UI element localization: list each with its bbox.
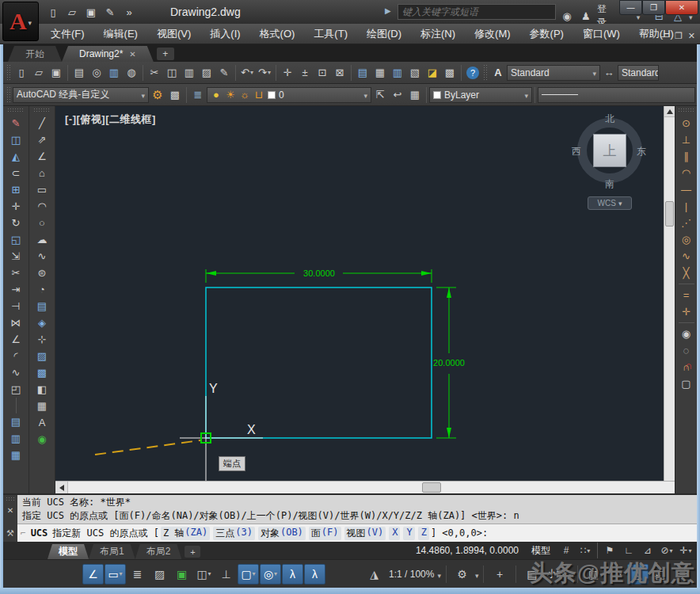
- dynamic-ucs-icon[interactable]: ⊥: [215, 564, 237, 584]
- layer-vp-freeze-icon[interactable]: ☼: [239, 86, 250, 103]
- table-tool-icon[interactable]: ▦: [30, 398, 54, 414]
- restore-button[interactable]: ❐: [642, 0, 665, 15]
- annotation-visibility-icon[interactable]: λ: [282, 564, 303, 584]
- infer-constraints-icon[interactable]: ∠: [82, 564, 104, 584]
- markup-icon[interactable]: ◪: [424, 64, 441, 81]
- trim-tool-icon[interactable]: ✂: [4, 265, 28, 281]
- command-option[interactable]: Z 轴(ZA): [161, 527, 210, 540]
- zoom-previous-icon[interactable]: ⊠: [331, 64, 348, 81]
- zoom-realtime-icon[interactable]: ±: [296, 64, 314, 81]
- toolbar-grip[interactable]: [483, 64, 488, 82]
- scale-chevron-icon[interactable]: [437, 567, 441, 581]
- panel-grip[interactable]: [6, 497, 15, 502]
- horizontal-scroll-thumb[interactable]: [422, 482, 441, 493]
- chamfer-tool-icon[interactable]: ∠: [4, 331, 28, 348]
- object-snap-icon[interactable]: ▣: [171, 564, 192, 584]
- fillet-tool-icon[interactable]: ◜: [4, 348, 28, 364]
- layer-unlock-icon[interactable]: ⊔: [253, 86, 264, 103]
- block-editor-icon[interactable]: ✎: [215, 64, 233, 81]
- selection-cycling-icon[interactable]: ▢: [238, 564, 259, 584]
- command-close-icon[interactable]: ✕: [7, 506, 13, 515]
- array-tool-icon[interactable]: ⊞: [4, 181, 28, 198]
- save-as-icon[interactable]: ✎: [101, 4, 119, 21]
- copy-clip-icon[interactable]: ◫: [163, 64, 181, 81]
- workspace-chevron-icon[interactable]: [475, 567, 479, 581]
- command-option[interactable]: Y: [403, 527, 414, 540]
- clean-screen-icon[interactable]: ◱: [649, 564, 671, 584]
- perpendicular-constraint-icon[interactable]: ⊥: [675, 131, 698, 148]
- undo-icon[interactable]: ↶: [238, 64, 256, 81]
- ellipse-arc-tool-icon[interactable]: ◔: [30, 281, 54, 298]
- delete-constraints-icon[interactable]: ∩: [675, 359, 698, 375]
- workspace-settings-gear-icon[interactable]: ⚙: [149, 86, 166, 103]
- units-ruler-icon[interactable]: ▤: [521, 564, 542, 584]
- new-file-icon[interactable]: ▯: [13, 64, 30, 81]
- paste-icon[interactable]: ▥: [181, 64, 198, 81]
- lock-ui-icon[interactable]: ⊓: [605, 564, 626, 584]
- command-option[interactable]: Z: [418, 527, 429, 540]
- symmetric-constraint-icon[interactable]: ╳: [675, 265, 698, 281]
- explode-tool-icon[interactable]: ◰: [4, 381, 28, 398]
- batch-plot-icon[interactable]: ▥: [105, 64, 123, 81]
- search-binoculars-icon[interactable]: ◉: [559, 8, 575, 25]
- mirror-tool-icon[interactable]: ◭: [4, 148, 28, 165]
- layer-dropdown[interactable]: ● ☀ ☼ ⊔ 0: [207, 87, 371, 103]
- workspace-display-icon[interactable]: ▩: [166, 86, 184, 103]
- command-input-line[interactable]: ⌐ UCS 指定新 UCS 的原点或 [ Z 轴(ZA)三点(3)对象(OB)面…: [17, 524, 697, 542]
- help-search-box[interactable]: [398, 4, 556, 20]
- gradient-tool-icon[interactable]: ▩: [30, 364, 54, 381]
- scroll-left-button[interactable]: [55, 482, 68, 493]
- layout-tab-model[interactable]: 模型: [48, 544, 89, 559]
- polyline-tool-icon[interactable]: ∠: [30, 148, 54, 165]
- 3d-object-snap-icon[interactable]: ◫: [193, 564, 215, 584]
- print-preview-icon[interactable]: ◎: [88, 64, 105, 81]
- command-option[interactable]: 对象(OB): [258, 527, 306, 540]
- snap-toggle-icon[interactable]: ▭: [105, 564, 126, 584]
- viewcube-south[interactable]: 南: [605, 177, 614, 191]
- layer-properties-icon[interactable]: ≣: [189, 86, 207, 103]
- menu-file[interactable]: 文件(F): [41, 24, 94, 44]
- units-chevron-icon[interactable]: [569, 567, 573, 581]
- toolbar-grip[interactable]: [7, 108, 25, 113]
- viewcube-north[interactable]: 北: [605, 112, 614, 126]
- menu-view[interactable]: 视图(V): [147, 24, 200, 44]
- point-style-tool-icon[interactable]: ◉: [30, 431, 54, 447]
- match-properties-icon[interactable]: ▨: [198, 64, 215, 81]
- annotation-autoscale-icon[interactable]: λ: [304, 564, 325, 584]
- fix-constraint-icon[interactable]: ✛: [675, 303, 698, 320]
- erase-tool-icon[interactable]: ✎: [4, 115, 28, 131]
- dynamic-input-icon[interactable]: ⚑: [600, 543, 619, 558]
- collinear-constraint-icon[interactable]: ⋰: [675, 215, 698, 231]
- new-layout-button[interactable]: +: [185, 546, 200, 558]
- polygon-tool-icon[interactable]: ⌂: [30, 165, 54, 181]
- doc-minimize-icon[interactable]: —: [660, 31, 669, 40]
- move-tool-icon[interactable]: ✛: [4, 198, 28, 215]
- new-tab-button[interactable]: +: [157, 48, 174, 60]
- menu-format[interactable]: 格式(O): [250, 24, 305, 44]
- hatch-tool-icon[interactable]: ▨: [30, 348, 54, 364]
- layer-previous-icon[interactable]: ↩: [389, 86, 406, 103]
- blend-curves-tool-icon[interactable]: ∿: [4, 364, 28, 381]
- viewcube-top-face[interactable]: 上: [593, 134, 626, 167]
- app-button[interactable]: A: [2, 2, 39, 41]
- recent-commands-icon[interactable]: ⌐: [21, 528, 26, 539]
- tangent-constraint-icon[interactable]: ◠: [675, 165, 698, 181]
- draw-order-tool-icon[interactable]: ▦: [4, 447, 28, 463]
- open-folder-icon[interactable]: ▱: [63, 4, 81, 21]
- snap-mode-icon[interactable]: ∷: [576, 543, 595, 558]
- arc-tool-icon[interactable]: ◠: [30, 198, 54, 215]
- print-icon[interactable]: ▤: [70, 64, 88, 81]
- extend-tool-icon[interactable]: ⇥: [4, 281, 28, 298]
- customization-icon[interactable]: ≡: [671, 564, 693, 584]
- dim-style-dropdown[interactable]: Standard: [618, 65, 659, 81]
- rotate-tool-icon[interactable]: ↻: [4, 215, 28, 231]
- menu-dimension[interactable]: 标注(N): [411, 24, 465, 44]
- equal-constraint-icon[interactable]: =: [675, 287, 698, 303]
- isolate-objects-icon[interactable]: +: [489, 564, 510, 584]
- viewport-controls[interactable]: [-][俯视][二维线框]: [65, 112, 156, 127]
- zoom-window-icon[interactable]: ⊡: [314, 64, 331, 81]
- tab-drawing2[interactable]: Drawing2* ✕: [62, 46, 154, 62]
- point-tool-icon[interactable]: ⊹: [30, 331, 54, 348]
- show-constraints-icon[interactable]: ◉: [675, 326, 698, 342]
- scale-tool-icon[interactable]: ◱: [4, 231, 28, 248]
